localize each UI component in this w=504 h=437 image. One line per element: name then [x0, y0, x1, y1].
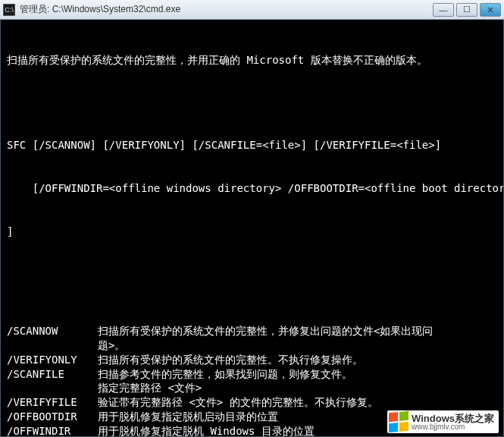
app-icon: C:\: [3, 4, 15, 16]
window-title: 管理员: C:\Windows\System32\cmd.exe: [20, 3, 430, 16]
param-row: /SCANNOW扫描所有受保护的系统文件的完整性，并修复出问题的文件<如果出现问: [7, 324, 497, 338]
intro-text: 扫描所有受保护的系统文件的完整性，并用正确的 Microsoft 版本替换不正确…: [7, 53, 497, 68]
cmd-window: C:\ 管理员: C:\Windows\System32\cmd.exe — ☐…: [0, 0, 504, 437]
param-row: /SCANFILE扫描参考文件的完整性，如果找到问题，则修复文件。: [7, 367, 497, 382]
param-row: /VERIFYONLY扫描所有受保护的系统文件的完整性。不执行修复操作。: [7, 353, 497, 367]
param-row: /VERIFYFILE验证带有完整路径 <文件> 的文件的完整性。不执行修复。: [7, 395, 497, 410]
titlebar[interactable]: C:\ 管理员: C:\Windows\System32\cmd.exe — ☐…: [0, 0, 504, 20]
param-row: 题>。: [7, 338, 497, 353]
window-controls: — ☐ ×: [430, 3, 501, 17]
minimize-button[interactable]: —: [433, 3, 454, 17]
maximize-button[interactable]: ☐: [456, 3, 477, 17]
syntax-line: [/OFFWINDIR=<offline windows directory> …: [7, 181, 497, 196]
close-button[interactable]: ×: [480, 3, 501, 17]
windows-logo-icon: [389, 411, 409, 433]
watermark-title: Windows系统之家: [412, 413, 494, 423]
terminal-output[interactable]: 扫描所有受保护的系统文件的完整性，并用正确的 Microsoft 版本替换不正确…: [0, 20, 504, 437]
syntax-line: ]: [7, 225, 497, 239]
watermark: Windows系统之家 www.bjjmlv.com: [387, 410, 499, 433]
syntax-line: SFC [/SCANNOW] [/VERIFYONLY] [/SCANFILE=…: [7, 138, 497, 152]
param-row: 指定完整路径 <文件>: [7, 381, 497, 395]
watermark-url: www.bjjmlv.com: [412, 423, 494, 431]
